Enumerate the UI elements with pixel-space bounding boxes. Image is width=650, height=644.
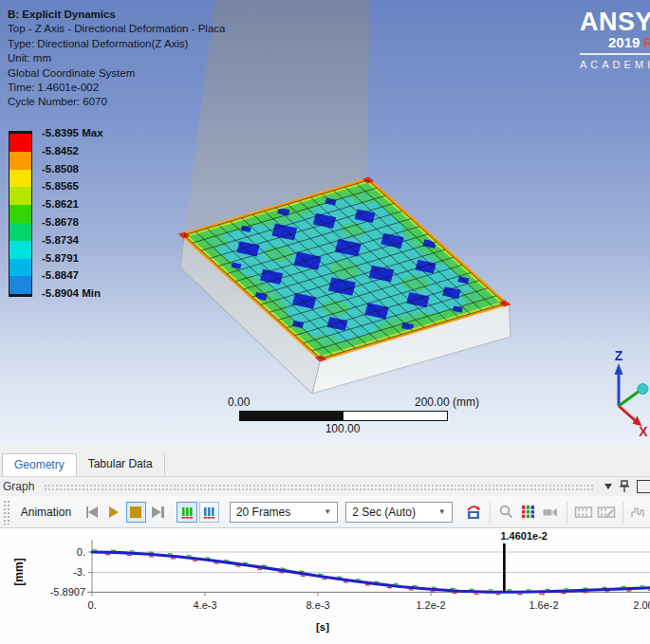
chart-canvas[interactable]: 0.-3.-5.89070.4.e-38.e-31.2e-21.6e-22.00… (0, 528, 650, 644)
deformation-time-chart[interactable]: 0.-3.-5.89070.4.e-38.e-31.2e-21.6e-22.00… (0, 528, 650, 644)
export-video-icon (465, 504, 482, 521)
legend-value: -5.8508 (42, 163, 79, 175)
x-tick-label: 0. (87, 599, 96, 611)
play-button[interactable] (103, 502, 123, 523)
legend-value: -5.8734 (42, 234, 79, 246)
toolbar-separator (566, 502, 567, 523)
magnifier-icon (498, 504, 514, 520)
x-axis-label: X (639, 424, 648, 439)
legend-band (9, 223, 32, 241)
toolbar-separator (622, 502, 623, 523)
view-tabs: GeometryTabular Data (2, 453, 165, 476)
go-to-end-button[interactable] (148, 502, 168, 523)
chevron-down-icon (604, 484, 612, 489)
scale-ruler-bar (239, 411, 448, 421)
film-frames-button[interactable] (573, 502, 594, 523)
y-axis-line[interactable] (619, 391, 640, 406)
legend-value: -5.8678 (42, 216, 79, 228)
export-video-button[interactable] (464, 502, 484, 523)
legend-band (9, 152, 32, 170)
scale-ruler: 0.00 200.00 (mm) 100.00 (228, 396, 484, 435)
pane-header-texture (44, 484, 595, 492)
tab-tabular-data[interactable]: Tabular Data (77, 453, 165, 476)
legend-value: -5.8791 (42, 252, 79, 264)
chevron-down-icon: ▼ (324, 507, 331, 516)
legend-value: -5.8452 (42, 145, 79, 156)
waveform-icon (630, 505, 647, 520)
green-bars-chart-icon (179, 505, 195, 520)
legend-value: -5.8621 (42, 198, 79, 210)
pane-menu-button[interactable] (604, 484, 612, 489)
y-tick-label: 0. (77, 546, 85, 558)
ansys-mechanical-window: { "viewport": { "info_lines": [ "B: Expl… (0, 0, 650, 644)
contour-legend: -5.8395 Max-5.8452-5.8508-5.8565-5.8621-… (9, 131, 32, 297)
stop-icon (130, 506, 141, 518)
ansys-logo-version: 2019 R1 (580, 34, 650, 50)
info-line: Time: 1.4601e-002 (8, 81, 225, 95)
legend-band (9, 134, 32, 152)
scale-ruler-min: 0.00 (228, 396, 250, 409)
y-tick-label: -3. (73, 566, 85, 578)
pin-icon (619, 480, 630, 493)
legend-value: -5.8395 Max (42, 127, 103, 138)
y-axis-ball[interactable] (638, 384, 648, 395)
record-button[interactable] (541, 502, 561, 523)
y-axis-title: [mm] (12, 558, 26, 585)
window-icon (637, 480, 650, 493)
pane-pin-button[interactable] (619, 480, 630, 493)
info-line: B: Explicit Dynamics (8, 8, 225, 22)
current-time-label: 1.4601e-2 (500, 530, 548, 542)
toolbar-separator (490, 502, 491, 523)
animation-toolbar: Animation 20 Frames ▼ 2 Sec (Auto) ▼ (0, 496, 650, 528)
tab-geometry[interactable]: Geometry (2, 453, 77, 476)
x-tick-label: 8.e-3 (306, 599, 329, 611)
result-sets-button[interactable] (176, 502, 196, 523)
zoom-results-button[interactable] (496, 502, 516, 523)
legend-value: -5.8904 Min (42, 287, 101, 299)
contour-bands-button[interactable] (518, 502, 538, 523)
legend-band (9, 205, 32, 223)
play-icon (109, 506, 119, 518)
scale-ruler-mid: 100.00 (239, 422, 446, 435)
ansys-logo-release: R1 (644, 34, 650, 50)
info-line: Unit: mm (8, 51, 225, 65)
waveform-button[interactable] (629, 502, 649, 523)
z-axis-label: Z (615, 348, 623, 363)
scale-ruler-max: 200.00 (mm) (415, 396, 479, 409)
info-line: Cycle Number: 6070 (8, 95, 225, 109)
frames-dropdown[interactable]: 20 Frames ▼ (230, 502, 338, 523)
duration-dropdown-value: 2 Sec (Auto) (352, 506, 416, 519)
x-tick-label: 1.2e-2 (416, 599, 445, 611)
toolbar-grip[interactable] (3, 500, 9, 524)
ansys-logo-name: ANSYS (580, 9, 650, 34)
film-edit-button[interactable] (596, 502, 617, 523)
skip-forward-icon (152, 506, 161, 518)
animation-label: Animation (21, 506, 71, 519)
legend-value: -5.8847 (42, 269, 79, 281)
ansys-logo-year: 2019 (608, 34, 640, 50)
pane-float-button[interactable] (637, 480, 643, 493)
legend-band (9, 241, 32, 259)
duration-dropdown[interactable]: 2 Sec (Auto) ▼ (345, 502, 452, 523)
legend-band (9, 276, 32, 294)
z-axis-arrow[interactable] (615, 363, 623, 375)
x-tick-label: 4.e-3 (193, 599, 216, 611)
film-strip-icon (574, 505, 593, 520)
coordinate-triad[interactable]: Z X (577, 343, 650, 442)
legend-band (9, 187, 32, 205)
legend-value: -5.8565 (42, 180, 79, 192)
model-viewport[interactable]: B: Explicit DynamicsTop - Z Axis - Direc… (0, 0, 650, 446)
rgb-columns-icon (520, 504, 536, 520)
time-decay-button[interactable] (199, 502, 219, 523)
film-strip-edit-icon (597, 505, 616, 520)
frames-dropdown-value: 20 Frames (236, 506, 290, 519)
graph-pane-header: Graph (0, 477, 650, 496)
view-tabstrip: GeometryTabular Data (0, 446, 650, 477)
info-line: Type: Directional Deformation(Z Axis) (8, 37, 225, 51)
end-bar-icon (161, 506, 164, 518)
stop-button[interactable] (126, 502, 146, 523)
legend-cap (9, 294, 32, 297)
blue-bars-chart-icon (201, 505, 216, 520)
go-to-start-button[interactable] (82, 502, 102, 523)
scale-ruler-bar-left (240, 412, 344, 420)
